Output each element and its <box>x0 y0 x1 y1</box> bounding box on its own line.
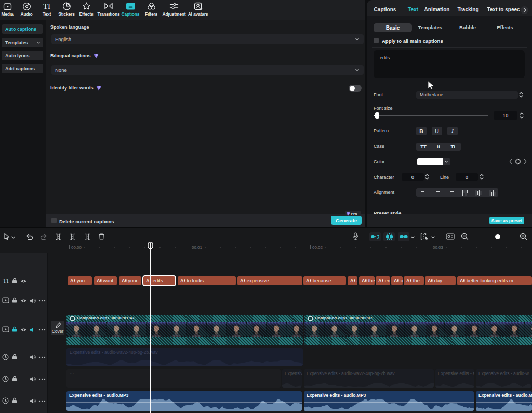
svg-text:A: A <box>306 278 310 283</box>
svg-text:A: A <box>378 278 382 283</box>
svg-text:A: A <box>70 278 74 283</box>
svg-text:A: A <box>122 278 125 283</box>
svg-text:A: A <box>460 278 463 283</box>
svg-text:A: A <box>97 278 100 283</box>
svg-text:TI: TI <box>43 2 50 10</box>
svg-text:A: A <box>428 278 431 283</box>
svg-text:A: A <box>180 278 184 283</box>
svg-text:A: A <box>406 278 410 283</box>
svg-text:A: A <box>146 278 150 283</box>
svg-text:A: A <box>240 278 244 283</box>
svg-text:A: A <box>350 278 354 283</box>
svg-text:A: A <box>362 278 365 283</box>
svg-text:A: A <box>394 278 397 283</box>
